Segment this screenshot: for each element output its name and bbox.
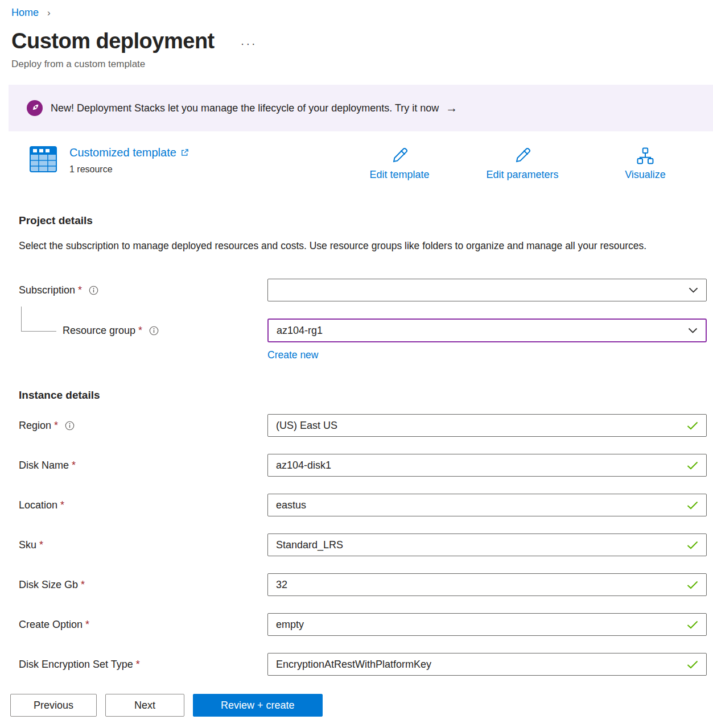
sku-input[interactable] — [276, 534, 681, 556]
create-option-input[interactable] — [276, 614, 681, 635]
edit-template-label: Edit template — [369, 168, 429, 181]
more-options-button[interactable]: ··· — [241, 32, 257, 50]
pencil-icon — [389, 146, 410, 166]
content-area: Home › Custom deployment ··· Deploy from… — [0, 0, 713, 682]
subscription-label-col: Subscription * — [19, 284, 267, 296]
resource-group-label: Resource group — [63, 325, 135, 337]
edit-parameters-label: Edit parameters — [486, 168, 558, 181]
create-option-input-col — [267, 613, 707, 636]
page-title: Custom deployment — [11, 28, 215, 54]
next-button[interactable]: Next — [105, 694, 184, 717]
subscription-select[interactable] — [267, 279, 707, 301]
location-label-col: Location * — [19, 499, 267, 511]
location-label: Location — [19, 499, 57, 511]
disk-size-gb-input[interactable] — [276, 574, 681, 595]
required-asterisk: * — [138, 325, 142, 337]
template-info: Customized template 1 resource — [69, 146, 189, 175]
customized-template-link[interactable]: Customized template — [69, 146, 189, 159]
breadcrumb-separator-icon: › — [47, 7, 51, 18]
disk-size-gb-label-col: Disk Size Gb * — [19, 579, 267, 591]
review-create-button[interactable]: Review + create — [193, 694, 323, 717]
required-asterisk: * — [78, 284, 82, 296]
disk-encryption-set-type-label-col: Disk Encryption Set Type * — [19, 659, 267, 671]
region-input-col — [267, 414, 707, 437]
try-it-now-arrow-icon[interactable]: → — [446, 101, 458, 115]
breadcrumb: Home › — [0, 0, 713, 20]
location-input[interactable] — [276, 494, 681, 516]
footer-bar: Previous Next Review + create — [0, 682, 713, 728]
resource-group-select[interactable]: az104-rg1 — [267, 318, 707, 342]
edit-template-button[interactable]: Edit template — [338, 146, 461, 181]
disk-name-row: Disk Name * — [19, 454, 707, 477]
previous-button[interactable]: Previous — [10, 694, 97, 717]
required-asterisk: * — [81, 579, 85, 591]
disk-size-gb-row: Disk Size Gb * — [19, 573, 707, 596]
title-row: Custom deployment ··· — [11, 28, 713, 54]
chevron-down-icon — [689, 287, 698, 293]
resource-group-value: az104-rg1 — [277, 325, 682, 337]
deployment-stacks-banner: New! Deployment Stacks let you manage th… — [9, 85, 713, 131]
create-option-label: Create Option — [19, 619, 83, 631]
template-actions: Edit template Edit parameters — [338, 146, 707, 181]
info-icon[interactable] — [149, 326, 159, 336]
valid-check-icon — [687, 501, 698, 510]
subscription-row: Subscription * — [19, 279, 707, 301]
create-new-link[interactable]: Create new — [267, 349, 319, 361]
create-option-label-col: Create Option * — [19, 619, 267, 631]
required-asterisk: * — [60, 499, 64, 511]
disk-encryption-set-type-field — [267, 653, 707, 676]
page-subtitle: Deploy from a custom template — [11, 57, 713, 71]
region-row: Region * — [19, 414, 707, 437]
disk-name-field — [267, 454, 707, 477]
visualize-button[interactable]: Visualize — [584, 146, 707, 181]
region-field — [267, 414, 707, 437]
chevron-down-icon — [688, 328, 698, 334]
sku-input-col — [267, 533, 707, 556]
sku-row: Sku * — [19, 533, 707, 556]
project-details-description: Select the subscription to manage deploy… — [19, 237, 673, 255]
region-label: Region — [19, 420, 51, 432]
external-link-icon — [180, 148, 189, 157]
org-chart-icon — [635, 146, 656, 166]
valid-check-icon — [687, 621, 698, 629]
project-details-heading: Project details — [19, 213, 713, 228]
template-left: Customized template 1 resource — [30, 146, 189, 175]
valid-check-icon — [687, 660, 698, 669]
info-icon[interactable] — [65, 421, 75, 431]
create-new-row: Create new — [267, 348, 713, 362]
disk-name-label-col: Disk Name * — [19, 460, 267, 471]
disk-encryption-set-type-input[interactable] — [276, 653, 681, 675]
sku-label-col: Sku * — [19, 539, 267, 551]
valid-check-icon — [687, 461, 698, 470]
disk-name-label: Disk Name — [19, 460, 69, 471]
region-input[interactable] — [276, 415, 681, 436]
disk-name-input-col — [267, 454, 707, 477]
info-icon[interactable] — [89, 286, 98, 295]
breadcrumb-home-link[interactable]: Home — [11, 7, 39, 18]
valid-check-icon — [687, 581, 698, 589]
region-label-col: Region * — [19, 420, 267, 432]
create-option-row: Create Option * — [19, 613, 707, 636]
valid-check-icon — [687, 541, 698, 549]
resource-group-input-col: az104-rg1 — [267, 318, 707, 342]
template-icon — [30, 146, 57, 175]
disk-encryption-set-type-input-col — [267, 653, 707, 676]
location-field — [267, 494, 707, 516]
resource-group-row: Resource group * az104-rg1 — [19, 318, 707, 342]
disk-encryption-set-type-label: Disk Encryption Set Type — [19, 659, 133, 671]
required-asterisk: * — [136, 659, 140, 671]
template-summary: Customized template 1 resource — [30, 146, 707, 181]
location-row: Location * — [19, 494, 707, 516]
edit-parameters-button[interactable]: Edit parameters — [461, 146, 584, 181]
resource-group-label-col: Resource group * — [19, 319, 267, 342]
disk-size-gb-input-col — [267, 573, 707, 596]
subscription-label: Subscription — [19, 284, 75, 296]
banner-text: New! Deployment Stacks let you manage th… — [51, 102, 439, 114]
instance-details-heading: Instance details — [19, 388, 713, 403]
pencil-icon — [512, 146, 533, 166]
custom-deployment-page: Home › Custom deployment ··· Deploy from… — [0, 0, 713, 728]
tree-connector-line — [21, 319, 56, 342]
location-input-col — [267, 494, 707, 516]
disk-name-input[interactable] — [276, 454, 681, 476]
sku-label: Sku — [19, 539, 36, 551]
